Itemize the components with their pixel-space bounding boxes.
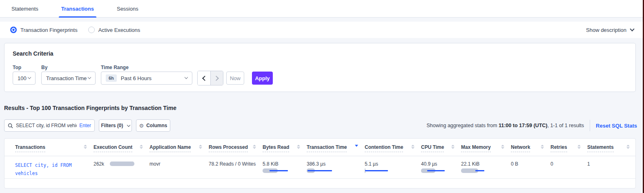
application-name-value: movr <box>149 161 160 167</box>
transaction-time-bar <box>307 168 332 173</box>
transactions-page: Statements Transactions Sessions Transac… <box>0 0 644 193</box>
col-network[interactable]: Network <box>511 144 530 152</box>
col-statements[interactable]: Statements <box>587 144 614 152</box>
col-retries[interactable]: Retries <box>550 144 567 152</box>
tab-sessions[interactable]: Sessions <box>114 0 141 17</box>
aggregated-stats-text: Showing aggregated stats from 11:00 to 1… <box>426 123 584 128</box>
sort-icon[interactable] <box>451 145 455 149</box>
columns-button[interactable]: ⚙ Columns <box>136 119 170 132</box>
chevron-down-icon <box>88 76 91 79</box>
sort-icon[interactable] <box>140 145 143 149</box>
cpu-time-value: 40.9 µs <box>421 161 461 167</box>
by-label: By <box>41 65 47 70</box>
retries-value: 0 <box>550 161 553 167</box>
apply-button[interactable]: Apply <box>252 72 273 85</box>
sort-icon[interactable] <box>501 145 504 149</box>
time-range-select[interactable]: 6h Past 6 Hours <box>101 72 192 85</box>
col-cpu-time[interactable]: CPU Time <box>421 144 444 152</box>
filters-button[interactable]: Filters (0) <box>99 119 132 132</box>
radio-selected-icon <box>10 27 17 33</box>
table-header-row: Transactions Execution Count Application… <box>4 139 636 156</box>
top-select[interactable]: 100 <box>13 72 36 85</box>
results-heading: Results - Top 100 Transaction Fingerprin… <box>4 105 176 111</box>
col-max-memory[interactable]: Max Memory <box>461 144 491 152</box>
reset-sql-stats-link[interactable]: Reset SQL Stats <box>596 123 637 129</box>
sort-icon[interactable] <box>199 145 202 149</box>
show-description-toggle[interactable]: Show description <box>586 27 634 33</box>
search-criteria-card: Search Criteria Top 100 By Transaction T… <box>4 43 636 92</box>
chevron-left-icon <box>202 76 207 81</box>
cpu-time-bar <box>421 168 446 173</box>
radio-active-executions[interactable]: Active Executions <box>88 27 140 33</box>
radio-label: Active Executions <box>98 27 140 33</box>
transactions-table: Transactions Execution Count Application… <box>4 139 636 179</box>
now-button[interactable]: Now <box>226 72 244 85</box>
radio-label: Transaction Fingerprints <box>20 27 78 33</box>
sort-icon[interactable] <box>411 145 414 149</box>
col-contention-time[interactable]: Contention Time <box>365 144 403 152</box>
transaction-fingerprint-link[interactable]: SELECT city, id FROM vehicles <box>15 161 85 177</box>
network-value: 0 B <box>511 161 518 167</box>
query-search-box: Enter <box>4 119 95 132</box>
execution-count-bar <box>110 162 134 166</box>
view-toggle-band: Transaction Fingerprints Active Executio… <box>0 22 644 38</box>
bytes-read-value: 5.8 KiB <box>263 161 307 167</box>
col-application-name[interactable]: Application Name <box>149 144 191 152</box>
contention-time-bar <box>365 168 390 173</box>
sort-icon[interactable] <box>253 145 256 149</box>
top-label: Top <box>13 65 21 70</box>
search-input[interactable] <box>16 123 77 128</box>
contention-time-value: 5.1 µs <box>365 161 421 167</box>
statements-value: 1 <box>587 161 590 167</box>
time-nav-group <box>197 71 223 85</box>
col-transaction-time[interactable]: Transaction Time <box>307 144 347 152</box>
max-memory-bar <box>461 168 486 173</box>
search-criteria-title: Search Criteria <box>13 50 53 57</box>
chevron-right-icon <box>214 76 219 81</box>
tab-transactions[interactable]: Transactions <box>59 0 96 17</box>
col-rows-processed[interactable]: Rows Processed <box>209 144 248 152</box>
radio-transaction-fingerprints[interactable]: Transaction Fingerprints <box>10 27 78 33</box>
col-transactions[interactable]: Transactions <box>15 144 45 152</box>
tab-statements[interactable]: Statements <box>9 0 41 17</box>
chevron-down-icon <box>630 27 634 31</box>
execution-count-value: 262k <box>94 161 104 167</box>
rows-processed-value: 78.2 Reads / 0 Writes <box>209 161 256 167</box>
sort-icon[interactable] <box>626 145 630 149</box>
chevron-down-icon <box>185 76 188 79</box>
radio-unselected-icon <box>88 27 95 33</box>
top-tab-bar: Statements Transactions Sessions <box>0 0 644 18</box>
divider <box>590 120 590 131</box>
chevron-down-icon <box>127 123 130 127</box>
sort-icon[interactable] <box>84 145 87 149</box>
time-next-button[interactable] <box>210 71 223 85</box>
time-range-badge: 6h <box>106 74 117 82</box>
col-execution-count[interactable]: Execution Count <box>94 144 132 152</box>
by-select[interactable]: Transaction Time <box>41 72 96 85</box>
results-table-card: Transactions Execution Count Application… <box>4 138 636 189</box>
sort-icon[interactable] <box>577 145 581 149</box>
bytes-read-bar <box>263 168 288 173</box>
max-memory-value: 22.1 KiB <box>461 161 511 167</box>
chevron-down-icon <box>28 76 31 79</box>
search-icon <box>8 123 13 128</box>
time-prev-button[interactable] <box>198 71 210 85</box>
transaction-time-value: 386.3 µs <box>307 161 365 167</box>
sort-icon[interactable] <box>297 145 300 149</box>
gear-icon: ⚙ <box>139 123 144 129</box>
table-row: SELECT city, id FROM vehicles 262k movr … <box>4 156 636 178</box>
time-range-label: Time Range <box>101 65 129 70</box>
col-bytes-read[interactable]: Bytes Read <box>263 144 289 152</box>
sort-icon[interactable] <box>541 145 544 149</box>
sort-icon-active-desc[interactable] <box>355 145 358 147</box>
enter-button[interactable]: Enter <box>79 123 91 128</box>
stats-area: Showing aggregated stats from 11:00 to 1… <box>426 119 637 132</box>
